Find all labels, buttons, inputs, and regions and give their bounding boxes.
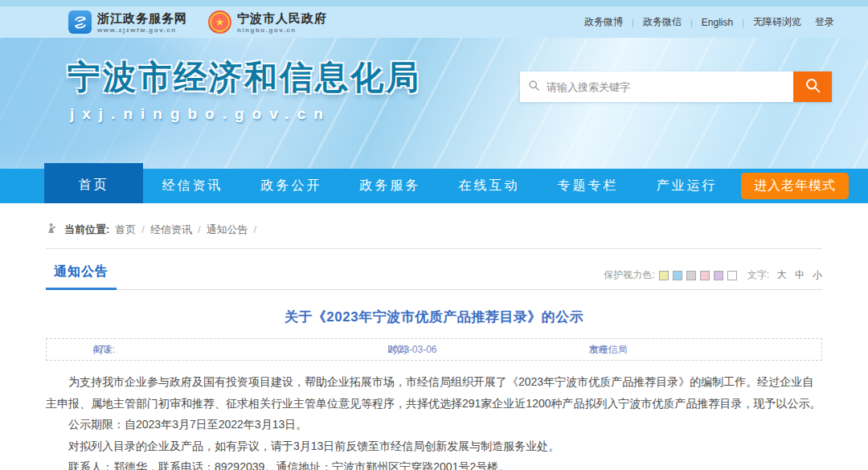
paragraph: 联系人：郑德华，联系电话：89292039。通信地址：宁波市鄞州区宁穿路2001… bbox=[46, 456, 822, 470]
eye-color-gray[interactable] bbox=[686, 271, 696, 280]
search-icon bbox=[528, 80, 540, 95]
location-icon bbox=[46, 222, 59, 237]
page: 浙江政务服务网 www.zjzwfw.gov.cn ★ 宁波市人民政府 ning… bbox=[0, 0, 868, 470]
separator: | bbox=[632, 18, 634, 27]
search-input[interactable] bbox=[547, 81, 785, 93]
site-url: jxj.ningbo.gov.cn bbox=[70, 105, 331, 123]
eye-color-pink[interactable] bbox=[700, 271, 710, 280]
zhejiang-gov-portal-link[interactable]: 浙江政务服务网 www.zjzwfw.gov.cn bbox=[68, 10, 187, 34]
breadcrumb-divider bbox=[46, 248, 822, 249]
breadcrumb-separator: / bbox=[254, 223, 257, 235]
ningbo-portal-url: ningbo.gov.cn bbox=[237, 27, 327, 34]
breadcrumb-home[interactable]: 首页 bbox=[115, 223, 136, 237]
section-header: 通知公告 保护视力色: 文字: 大 中 小 bbox=[46, 264, 822, 290]
paragraph: 对拟列入目录的企业及产品，如有异议，请于3月13日前反馈至市经信局创新发展与制造… bbox=[46, 435, 822, 457]
site-search bbox=[520, 72, 832, 102]
separator: | bbox=[742, 18, 744, 27]
eye-color-purple[interactable] bbox=[714, 271, 723, 280]
eye-protect-label: 保护视力色: bbox=[604, 268, 654, 282]
link-english[interactable]: English bbox=[702, 17, 733, 28]
nav-special-topics[interactable]: 专题专栏 bbox=[538, 169, 637, 203]
search-box bbox=[520, 72, 793, 102]
paragraph: 公示期限：自2023年3月7日至2022年3月13日。 bbox=[46, 414, 822, 435]
utility-bar: 浙江政务服务网 www.zjzwfw.gov.cn ★ 宁波市人民政府 ning… bbox=[0, 6, 868, 38]
nav-home[interactable]: 首页 bbox=[44, 163, 143, 203]
font-size-large[interactable]: 大 bbox=[777, 268, 787, 282]
utility-links: 政务微博 | 政务微信 | English | 无障碍浏览 登录 bbox=[584, 15, 834, 29]
link-accessibility[interactable]: 无障碍浏览 bbox=[753, 15, 801, 29]
search-button-icon bbox=[805, 77, 821, 96]
font-size-small[interactable]: 小 bbox=[813, 268, 822, 282]
breadcrumb-separator: / bbox=[141, 223, 145, 235]
separator: | bbox=[690, 18, 693, 27]
nav-gov-services[interactable]: 政务服务 bbox=[341, 169, 440, 203]
zhejiang-portal-url: www.zjzwfw.gov.cn bbox=[97, 27, 187, 34]
main-content: 当前位置: 首页 / 经信资讯 / 通知公告 / 通知公告 保护视力色: 文字:… bbox=[46, 203, 822, 470]
ningbo-gov-portal-link[interactable]: ★ 宁波市人民政府 ningbo.gov.cn bbox=[208, 10, 327, 34]
zhejiang-portal-title: 浙江政务服务网 bbox=[97, 11, 187, 27]
top-accent-strip bbox=[0, 0, 868, 6]
nav-industry-operation[interactable]: 产业运行 bbox=[637, 169, 736, 203]
article-title: 关于《2023年宁波市优质产品推荐目录》的公示 bbox=[46, 308, 822, 326]
eye-color-blue[interactable] bbox=[673, 271, 682, 280]
article-body: 为支持我市企业参与政府及国有投资项目建设，帮助企业拓展市场，市经信局组织开展了《… bbox=[46, 371, 822, 470]
view-controls: 保护视力色: 文字: 大 中 小 bbox=[604, 268, 822, 289]
portal-logos: 浙江政务服务网 www.zjzwfw.gov.cn ★ 宁波市人民政府 ning… bbox=[68, 10, 327, 34]
ningbo-portal-title: 宁波市人民政府 bbox=[237, 11, 327, 27]
site-banner: 宁波市经济和信息化局 jxj.ningbo.gov.cn bbox=[0, 38, 868, 169]
tab-notices[interactable]: 通知公告 bbox=[46, 264, 117, 290]
breadcrumb-jingxin-news[interactable]: 经信资讯 bbox=[150, 223, 192, 237]
national-emblem-icon: ★ bbox=[208, 10, 231, 34]
link-gov-wechat[interactable]: 政务微信 bbox=[643, 15, 682, 29]
article-meta: 阅读: 473 时间: 2023-03-06 发布: 市经信局 bbox=[46, 338, 822, 361]
search-button[interactable] bbox=[793, 72, 832, 102]
eye-color-white[interactable] bbox=[727, 271, 737, 280]
eye-color-yellow[interactable] bbox=[659, 271, 669, 280]
nav-gov-disclosure[interactable]: 政务公开 bbox=[242, 169, 341, 203]
link-gov-weibo[interactable]: 政务微博 bbox=[584, 15, 623, 29]
zhejiang-portal-icon bbox=[68, 10, 92, 34]
font-size-label: 文字: bbox=[747, 268, 769, 282]
paragraph: 为支持我市企业参与政府及国有投资项目建设，帮助企业拓展市场，市经信局组织开展了《… bbox=[46, 371, 822, 414]
breadcrumb-notices[interactable]: 通知公告 bbox=[207, 223, 248, 237]
site-title: 宁波市经济和信息化局 bbox=[68, 55, 421, 100]
main-nav: 首页 经信资讯 政务公开 政务服务 在线互动 专题专栏 产业运行 进入老年模式 bbox=[0, 169, 868, 203]
breadcrumb-label: 当前位置: bbox=[64, 223, 109, 237]
nav-jingxin-news[interactable]: 经信资讯 bbox=[143, 169, 242, 203]
font-size-medium[interactable]: 中 bbox=[795, 268, 805, 282]
nav-online-interaction[interactable]: 在线互动 bbox=[440, 169, 538, 203]
login-link[interactable]: 登录 bbox=[815, 15, 834, 29]
elder-mode-button[interactable]: 进入老年模式 bbox=[741, 173, 849, 199]
breadcrumb-separator: / bbox=[198, 223, 201, 235]
breadcrumb: 当前位置: 首页 / 经信资讯 / 通知公告 / bbox=[46, 203, 822, 237]
